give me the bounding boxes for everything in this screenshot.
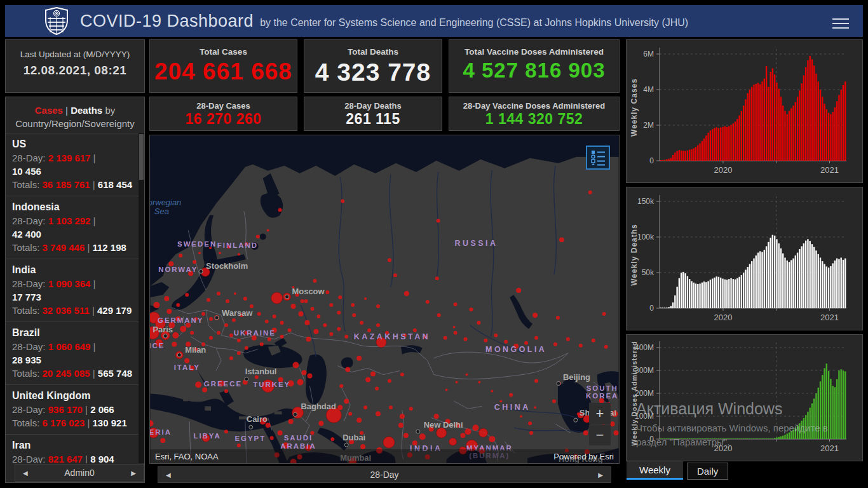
covid-bubble[interactable] [224, 323, 228, 327]
covid-bubble[interactable] [352, 313, 356, 317]
covid-bubble[interactable] [466, 374, 468, 376]
covid-bubble[interactable] [375, 386, 379, 390]
covid-bubble[interactable] [360, 321, 363, 325]
covid-bubble[interactable] [256, 234, 260, 238]
covid-bubble[interactable] [453, 326, 456, 329]
covid-bubble[interactable] [454, 302, 458, 306]
covid-bubble[interactable] [190, 331, 194, 335]
covid-bubble[interactable] [437, 313, 441, 317]
covid-bubble[interactable] [329, 332, 333, 336]
covid-bubble[interactable] [534, 336, 538, 340]
country-row[interactable]: Brazil28-Day: 1 060 649 | 28 935Totals: … [6, 322, 139, 384]
covid-bubble[interactable] [478, 381, 480, 384]
covid-bubble[interactable] [180, 326, 186, 332]
covid-bubble[interactable] [504, 340, 508, 344]
admin-pager-prev-icon[interactable]: ◀ [15, 470, 36, 477]
covid-bubble[interactable] [280, 321, 284, 325]
covid-bubble[interactable] [435, 276, 439, 280]
covid-bubble[interactable] [288, 329, 292, 332]
covid-bubble[interactable] [477, 321, 480, 325]
covid-bubble[interactable] [465, 428, 471, 435]
covid-bubble[interactable] [238, 253, 240, 255]
covid-bubble[interactable] [566, 337, 570, 341]
covid-bubble[interactable] [404, 291, 409, 296]
covid-bubble[interactable] [304, 320, 309, 325]
covid-bubble[interactable] [265, 320, 269, 323]
covid-bubble[interactable] [389, 405, 393, 409]
covid-bubble[interactable] [444, 336, 447, 340]
covid-bubble[interactable] [356, 356, 362, 361]
covid-bubble[interactable] [166, 309, 172, 314]
country-row[interactable]: United Kingdom28-Day: 936 170 | 2 066Tot… [6, 384, 139, 434]
covid-bubble[interactable] [273, 315, 276, 318]
hamburger-menu-icon[interactable] [832, 15, 849, 32]
covid-bubble[interactable] [491, 390, 493, 392]
tab-weekly[interactable]: Weekly [627, 461, 683, 480]
covid-bubble[interactable] [364, 297, 367, 300]
covid-bubble[interactable] [426, 300, 430, 304]
tab-daily[interactable]: Daily [687, 463, 728, 480]
covid-bubble[interactable] [398, 423, 403, 428]
covid-bubble[interactable] [393, 273, 397, 277]
sidebar-scrollbar-thumb[interactable] [139, 134, 144, 180]
covid-bubble[interactable] [403, 433, 409, 438]
covid-bubble[interactable] [310, 307, 314, 311]
covid-bubble[interactable] [494, 334, 498, 337]
covid-bubble[interactable] [291, 304, 296, 309]
covid-bubble[interactable] [579, 344, 583, 348]
covid-bubble[interactable] [257, 312, 261, 316]
covid-bubble[interactable] [153, 302, 159, 308]
covid-bubble[interactable] [318, 421, 323, 426]
covid-bubble[interactable] [469, 308, 473, 311]
covid-bubble[interactable] [293, 362, 299, 369]
covid-bubble[interactable] [237, 351, 241, 355]
covid-bubble[interactable] [461, 433, 466, 438]
covid-bubble[interactable] [556, 316, 560, 320]
covid-bubble[interactable] [313, 279, 316, 283]
covid-bubble[interactable] [288, 419, 294, 424]
covid-bubble[interactable] [237, 339, 241, 342]
covid-bubble[interactable] [313, 329, 318, 334]
covid-bubble[interactable] [232, 318, 236, 322]
covid-bubble[interactable] [201, 312, 205, 316]
covid-bubble[interactable] [509, 393, 513, 396]
covid-bubble[interactable] [306, 337, 311, 342]
covid-bubble[interactable] [351, 303, 355, 307]
covid-bubble[interactable] [224, 430, 228, 433]
covid-bubble[interactable] [520, 415, 522, 417]
world-map[interactable]: NorwegianSea NORWAYSWEDENFINLANDRUSSIAKA… [150, 135, 619, 463]
covid-bubble[interactable] [499, 400, 502, 402]
covid-bubble[interactable] [363, 405, 367, 409]
covid-bubble[interactable] [302, 370, 307, 376]
covid-bubble[interactable] [329, 303, 333, 307]
covid-bubble[interactable] [339, 384, 343, 388]
covid-bubble[interactable] [226, 299, 229, 303]
country-row[interactable]: Iran28-Day: 821 647 | 8 904Totals: 4 281… [6, 434, 139, 463]
covid-bubble[interactable] [365, 377, 370, 383]
covid-bubble[interactable] [348, 412, 352, 416]
covid-bubble[interactable] [316, 315, 320, 318]
covid-bubble[interactable] [219, 252, 221, 254]
zoom-in-button[interactable]: + [589, 403, 611, 424]
covid-bubble[interactable] [464, 337, 468, 341]
covid-bubble[interactable] [307, 374, 312, 379]
covid-bubble[interactable] [552, 399, 556, 403]
covid-bubble[interactable] [614, 430, 619, 435]
covid-bubble[interactable] [172, 332, 179, 339]
covid-bubble[interactable] [376, 411, 381, 416]
covid-bubble[interactable] [209, 336, 213, 340]
covid-bubble[interactable] [388, 258, 391, 262]
covid-bubble[interactable] [516, 288, 521, 293]
covid-bubble[interactable] [472, 424, 478, 431]
covid-bubble[interactable] [217, 331, 220, 335]
covid-bubble[interactable] [484, 339, 487, 342]
covid-bubble[interactable] [383, 437, 395, 448]
zoom-out-button[interactable]: − [589, 424, 611, 445]
covid-bubble[interactable] [337, 405, 342, 410]
covid-bubble[interactable] [198, 252, 201, 254]
covid-bubble[interactable] [478, 428, 487, 437]
covid-bubble[interactable] [583, 430, 588, 435]
covid-bubble[interactable] [278, 208, 282, 212]
covid-bubble[interactable] [529, 431, 533, 435]
covid-bubble[interactable] [160, 438, 165, 443]
